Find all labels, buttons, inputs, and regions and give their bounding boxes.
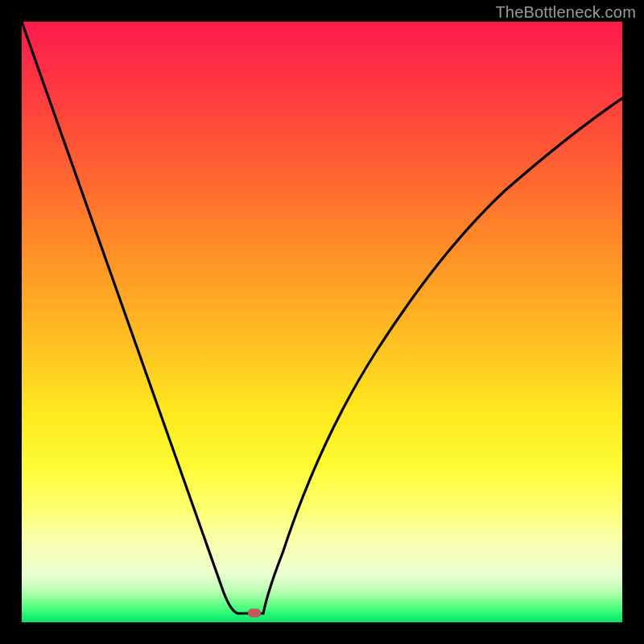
bottleneck-curve xyxy=(22,22,622,622)
plot-area xyxy=(22,22,622,622)
curve-path xyxy=(22,22,622,613)
optimum-marker xyxy=(248,609,261,617)
chart-frame: TheBottleneck.com xyxy=(0,0,644,644)
attribution-text: TheBottleneck.com xyxy=(495,3,636,22)
